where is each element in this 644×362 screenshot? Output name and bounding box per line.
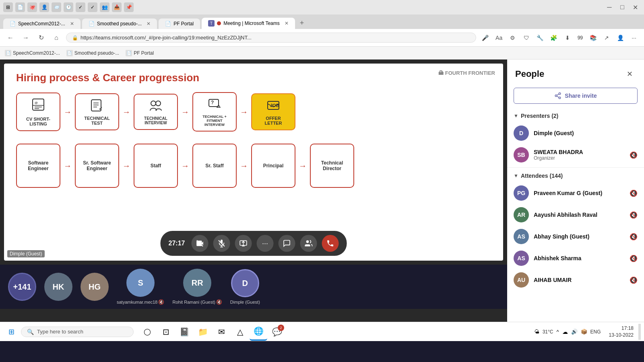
tab-speechcomm[interactable]: 📄 SpeechComm2012-... ✕	[3, 19, 80, 29]
network-icon[interactable]: 🌤	[534, 329, 539, 335]
system-tray: 🌤 31°C ^ ☁ 🔊 📦 ENG	[531, 329, 604, 335]
home-button[interactable]: ⌂	[51, 32, 62, 43]
people-title: People	[515, 69, 544, 79]
person-row-praveen[interactable]: PG Praveen Kumar G (Guest) 🔇	[507, 182, 644, 204]
taskbar-mail[interactable]: ✉	[213, 323, 230, 341]
tab-close-teams[interactable]: ✕	[285, 21, 289, 26]
attendees-section-header[interactable]: ▼ Attendees (144)	[507, 169, 644, 182]
chat-button[interactable]	[278, 235, 295, 252]
presenters-section-header[interactable]: ▼ Presenters (2)	[507, 109, 644, 122]
read-aloud-icon[interactable]: Aa	[494, 33, 504, 43]
minimize-button[interactable]: ─	[604, 2, 615, 13]
video-toggle-button[interactable]	[191, 235, 208, 252]
career-arrow-1: →	[64, 161, 72, 171]
abhay-mute-icon: 🔇	[630, 233, 638, 241]
presenters-arrow-icon: ▼	[514, 113, 518, 119]
bookmark-icon-smoothed: 📄	[66, 50, 73, 56]
extension-icon[interactable]: ⚙	[508, 33, 518, 43]
dimple-name: Dimple (Guest)	[230, 300, 260, 304]
taskbar-onenote[interactable]: 📓	[175, 323, 193, 341]
career-label-srstaff: Sr. Staff	[205, 163, 223, 169]
end-call-button[interactable]	[322, 235, 339, 252]
thumbnail-hk[interactable]: HK	[44, 273, 72, 301]
tab-smoothed[interactable]: 📄 Smoothed pseudo-... ✕	[82, 19, 157, 29]
show-hidden-icon[interactable]: ^	[556, 329, 559, 335]
extra-icon[interactable]: 🔧	[535, 33, 545, 43]
volume-icon[interactable]: 🔊	[571, 329, 578, 335]
slide-title: Hiring process & Career progression	[16, 72, 491, 84]
career-label-staff: Staff	[151, 163, 161, 169]
maximize-button[interactable]: □	[617, 2, 628, 13]
taskbar-explorer[interactable]: 📁	[194, 323, 212, 341]
taskbar-taskview[interactable]: ⊡	[157, 323, 175, 341]
more-options-button[interactable]: ···	[256, 235, 273, 252]
svg-text:@: @	[35, 101, 38, 105]
taskbar-edge[interactable]: 🌐	[250, 323, 267, 341]
cv-label: CV SHORT-LISTING	[22, 117, 55, 126]
contacts-icon: 👥	[100, 2, 109, 12]
person-row-sweata[interactable]: SB SWEATA BHADRA Organizer 🔇	[507, 144, 644, 166]
participants-thumbnails: +141 HK HG S satyamkumar.mec18 🔇 RR Rohi…	[0, 265, 507, 309]
url-bar[interactable]: 🔒 https://teams.microsoft.com/_#/pre-joi…	[66, 33, 476, 43]
participants-button[interactable]	[300, 235, 317, 252]
taskbar-whatsapp[interactable]: 💬 2	[268, 323, 286, 341]
svg-line-25	[557, 96, 559, 97]
taskbar-right: 🌤 31°C ^ ☁ 🔊 📦 ENG 17:18 13-10-2022	[531, 324, 641, 340]
new-tab-button[interactable]: +	[297, 17, 308, 29]
forward-button[interactable]: →	[20, 32, 31, 43]
abhay-info: Abhay Singh (Guest)	[534, 233, 625, 240]
career-arrow-5: →	[299, 161, 307, 171]
svg-point-21	[306, 241, 309, 243]
dropbox-icon[interactable]: 📦	[581, 329, 587, 335]
profile-icon[interactable]: 👤	[615, 33, 625, 43]
back-button[interactable]: ←	[5, 32, 16, 43]
person-row-abhay[interactable]: AS Abhay Singh (Guest) 🔇	[507, 226, 644, 247]
screen-share-button[interactable]	[235, 235, 252, 252]
taskbar-gdrive[interactable]: △	[231, 323, 249, 341]
share-icon[interactable]: ↗	[601, 33, 612, 43]
tab-close-speechcomm[interactable]: ✕	[70, 21, 74, 27]
puzzle-icon[interactable]: 🧩	[549, 33, 559, 43]
bookmark-speechcomm[interactable]: 📄 SpeechComm2012-...	[5, 50, 60, 56]
settings-icon[interactable]: ···	[629, 33, 639, 43]
start-button[interactable]: ⊞	[3, 324, 19, 340]
thumbnail-more[interactable]: +141	[8, 273, 36, 301]
taskbar-search[interactable]: 🔍 Type here to search	[21, 327, 134, 337]
share-invite-button[interactable]: Share invite	[514, 88, 638, 104]
praveen-mute-icon: 🔇	[630, 189, 638, 197]
close-window-button[interactable]: ✕	[630, 2, 641, 13]
tab-teams[interactable]: T Meeting | Microsoft Teams ✕	[202, 18, 295, 29]
thumbnail-satyam[interactable]: S satyamkumar.mec18 🔇	[117, 269, 164, 305]
people-panel-close-button[interactable]: ✕	[623, 68, 636, 80]
bookmark-pfportal[interactable]: 📄 PF Portal	[126, 50, 154, 56]
window-icon: ⊞	[3, 2, 13, 12]
tab-close-smoothed[interactable]: ✕	[147, 21, 151, 27]
show-desktop-button[interactable]	[638, 324, 641, 340]
whatsapp-badge: 2	[278, 325, 284, 331]
voice-search-icon[interactable]: 🎤	[480, 33, 491, 43]
onedrive-icon[interactable]: ☁	[562, 329, 568, 335]
svg-text:JOB: JOB	[270, 103, 279, 108]
person-row-dimple[interactable]: D Dimple (Guest)	[507, 122, 644, 144]
mic-toggle-button[interactable]	[213, 235, 230, 252]
clock-display[interactable]: 17:18 13-10-2022	[606, 325, 637, 339]
taskbar-cortana[interactable]: ◯	[138, 323, 156, 341]
clock-icon-tb: 🕐	[64, 2, 73, 12]
person-row-aihab[interactable]: AU AIHAB UMAIR 🔇	[507, 269, 644, 291]
person-row-aayushi[interactable]: AR Aayushi Abhilash Raval 🔇	[507, 204, 644, 226]
download-tb-icon: 📥	[112, 2, 122, 12]
aayushi-avatar: AR	[514, 207, 529, 222]
collections-icon[interactable]: 📚	[588, 33, 598, 43]
check-icon: ✓	[76, 2, 85, 12]
rohit-name: Rohit Ramani (Guest)	[172, 300, 215, 304]
tab-pfportal[interactable]: 📄 PF Portal	[159, 19, 200, 29]
url-text: https://teams.microsoft.com/_#/pre-join-…	[80, 35, 470, 41]
person-row-abhishek[interactable]: AS Abhishek Sharma 🔇	[507, 247, 644, 269]
thumbnail-dimple[interactable]: D Dimple (Guest)	[230, 269, 260, 304]
download-icon[interactable]: ⬇	[562, 33, 573, 43]
kaspersky-icon[interactable]: 🛡	[521, 33, 532, 43]
refresh-button[interactable]: ↻	[35, 32, 47, 43]
bookmark-smoothed[interactable]: 📄 Smoothed pseudo-...	[66, 50, 119, 56]
thumbnail-hg[interactable]: HG	[80, 273, 109, 301]
thumbnail-rohit[interactable]: RR Rohit Ramani (Guest) 🔇	[172, 269, 222, 305]
